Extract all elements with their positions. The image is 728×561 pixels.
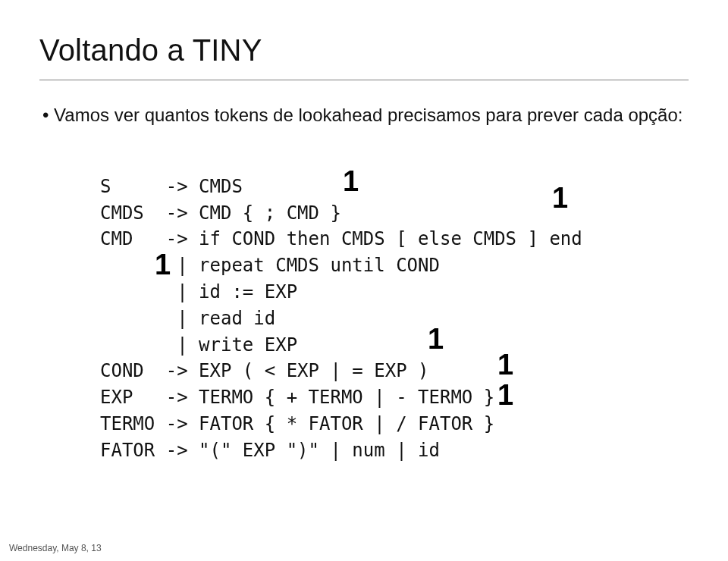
lookahead-annotation: 1 bbox=[552, 177, 568, 219]
bullet-text: Vamos ver quantos tokens de lookahead pr… bbox=[42, 105, 689, 126]
grammar-line: CMDS -> CMD { ; CMD } bbox=[100, 202, 341, 224]
lookahead-annotation: 1 bbox=[497, 375, 513, 416]
grammar-line: S -> CMDS bbox=[100, 176, 243, 197]
title-rule bbox=[39, 80, 689, 80]
grammar-line: FATOR -> "(" EXP ")" | num | id bbox=[100, 440, 440, 461]
lookahead-annotation: 1 bbox=[497, 344, 513, 386]
grammar-line: | write EXP bbox=[100, 334, 297, 356]
footer-date: Wednesday, May 8, 13 bbox=[9, 543, 102, 553]
lookahead-annotation: 1 bbox=[343, 161, 359, 202]
grammar-line: TERMO -> FATOR { * FATOR | / FATOR } bbox=[100, 413, 494, 434]
grammar-line: EXP -> TERMO { + TERMO | - TERMO } bbox=[100, 387, 494, 408]
grammar-line: CMD -> if COND then CMDS [ else CMDS ] e… bbox=[100, 228, 582, 249]
grammar-line: | id := EXP bbox=[100, 281, 297, 302]
grammar-line: | read id bbox=[100, 308, 275, 329]
grammar-line: COND -> EXP ( < EXP | = EXP ) bbox=[100, 360, 428, 381]
slide-title: Voltando a TINY bbox=[39, 33, 689, 67]
grammar-block: S -> CMDS CMDS -> CMD { ; CMD } CMD -> i… bbox=[100, 147, 689, 561]
slide: Voltando a TINY Vamos ver quantos tokens… bbox=[0, 0, 728, 561]
lookahead-annotation: 1 bbox=[428, 318, 444, 360]
grammar-line: | repeat CMDS until COND bbox=[100, 255, 440, 276]
